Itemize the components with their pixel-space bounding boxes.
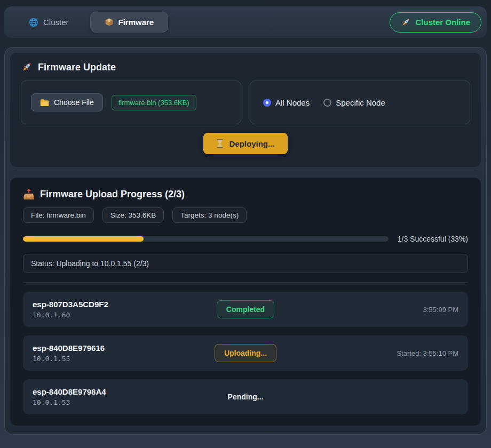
node-status-text: Pending... [228, 393, 264, 401]
meta-badges: File: firmware.bin Size: 353.6KB Targets… [23, 207, 468, 223]
file-select-group: Choose File firmware.bin (353.6KB) [21, 81, 241, 124]
cluster-online-badge: Cluster Online [390, 12, 481, 33]
deploy-button[interactable]: Deploying... [203, 133, 287, 154]
package-icon [105, 18, 114, 27]
node-name: esp-840D8E9798A4 [33, 387, 175, 396]
selected-file-badge: firmware.bin (353.6KB) [112, 95, 196, 110]
status-box: Status: Uploading to 10.0.1.55 (2/3) [23, 254, 468, 273]
node-ip: 10.0.1.60 [33, 311, 175, 319]
node-row: esp-807D3A5CD9F2 10.0.1.60 Completed 3:5… [23, 292, 468, 327]
progress-fill [23, 236, 144, 242]
target-select-group: All Nodes Specific Node [250, 81, 470, 124]
tab-firmware-label: Firmware [118, 18, 154, 27]
radio-specific-node[interactable]: Specific Node [323, 98, 385, 107]
main-panel: Firmware Update Choose File firmware.bin… [4, 47, 487, 435]
node-name: esp-807D3A5CD9F2 [33, 300, 175, 309]
top-nav: Cluster Firmware Cluster Online [4, 6, 487, 38]
firmware-update-card: Firmware Update Choose File firmware.bin… [10, 53, 481, 167]
upload-progress-card: Firmware Upload Progress (2/3) File: fir… [10, 178, 481, 426]
node-ip: 10.0.1.55 [33, 355, 175, 363]
size-meta-badge: Size: 353.6KB [102, 207, 164, 223]
node-timestamp: 3:55:09 PM [316, 306, 458, 314]
folder-icon [40, 99, 49, 107]
firmware-update-title: Firmware Update [21, 61, 470, 73]
choose-file-button[interactable]: Choose File [31, 93, 103, 111]
targets-meta-badge: Targets: 3 node(s) [172, 207, 247, 223]
node-ip: 10.0.1.53 [33, 398, 175, 406]
tab-cluster-label: Cluster [43, 18, 69, 27]
radio-checked-icon[interactable] [263, 99, 271, 107]
file-meta-badge: File: firmware.bin [23, 207, 94, 223]
upload-tray-icon [23, 188, 35, 200]
node-timestamp: Started: 3:55:10 PM [316, 349, 458, 357]
progress-bar-row: 1/3 Successful (33%) [23, 235, 468, 243]
tab-firmware[interactable]: Firmware [90, 12, 169, 33]
progress-label: 1/3 Successful (33%) [398, 235, 468, 243]
radio-all-nodes[interactable]: All Nodes [263, 98, 310, 107]
globe-icon [29, 18, 38, 27]
divider [23, 282, 468, 283]
rocket-icon [21, 61, 33, 73]
node-row: esp-840D8E9798A4 10.0.1.53 Pending... [23, 379, 468, 414]
hourglass-icon [216, 139, 224, 148]
progress-track [23, 236, 389, 242]
node-status-badge: Completed [217, 300, 274, 318]
rocket-icon [401, 18, 410, 27]
node-status-badge: Uploading... [215, 344, 276, 362]
upload-progress-title: Firmware Upload Progress (2/3) [23, 188, 468, 200]
tab-cluster[interactable]: Cluster [22, 12, 75, 33]
radio-unchecked-icon[interactable] [323, 99, 331, 107]
cluster-online-label: Cluster Online [415, 18, 470, 27]
node-name: esp-840D8E979616 [33, 343, 175, 353]
node-row: esp-840D8E979616 10.0.1.55 Uploading... … [23, 335, 468, 371]
